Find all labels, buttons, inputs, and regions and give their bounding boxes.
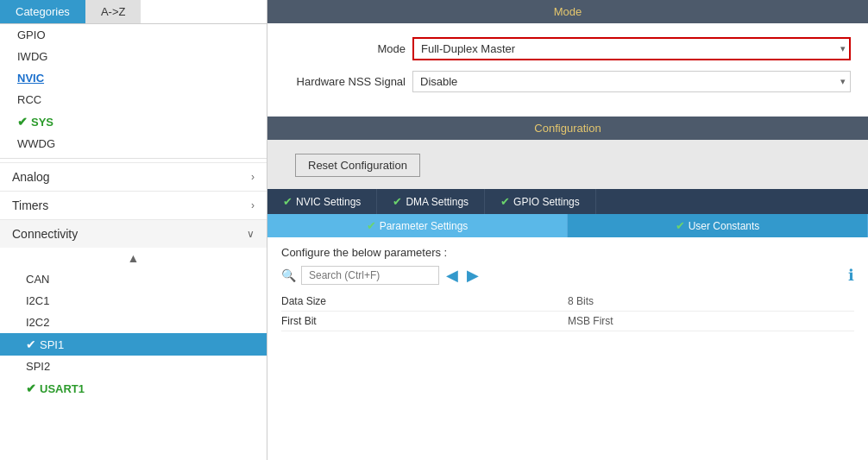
reset-config-button[interactable]: Reset Configuration <box>295 154 420 177</box>
connectivity-chevron-icon: ∨ <box>247 228 255 240</box>
user-tab-label: User Constants <box>689 220 760 232</box>
sidebar-item-spi2[interactable]: SPI2 <box>0 356 267 377</box>
param-name-firstbit: First Bit <box>281 315 568 327</box>
config-section: Configuration Reset Configuration ✔ NVIC… <box>267 117 868 460</box>
usart1-check-icon: ✔ <box>26 381 36 395</box>
nss-label: Hardware NSS Signal <box>285 75 406 88</box>
tabs-row2: ✔ Parameter Settings ✔ User Constants <box>267 214 868 237</box>
main-content: Mode Mode Full-Duplex Master Full-Duplex… <box>267 0 868 460</box>
spi1-check-icon: ✔ <box>26 337 36 351</box>
param-tab-label: Parameter Settings <box>380 220 469 232</box>
sidebar-item-spi1[interactable]: ✔ SPI1 <box>0 333 267 356</box>
collapse-arrow-icon: ▲ <box>128 251 140 265</box>
info-button[interactable]: ℹ <box>848 266 854 285</box>
iwdg-label: IWDG <box>17 50 47 63</box>
configure-text: Configure the below parameters : <box>281 246 854 259</box>
usart1-label: USART1 <box>40 382 85 395</box>
search-input[interactable] <box>301 266 439 285</box>
tab-dma-settings[interactable]: ✔ DMA Settings <box>377 189 485 214</box>
sidebar-item-gpio[interactable]: GPIO <box>0 24 267 46</box>
sidebar-item-sys[interactable]: ✔ SYS <box>0 110 267 133</box>
i2c2-label: I2C2 <box>26 316 49 329</box>
wwdg-label: WWDG <box>17 137 55 150</box>
mode-select[interactable]: Full-Duplex Master Full-Duplex Slave Hal… <box>412 37 851 60</box>
gpio-tab-label: GPIO Settings <box>513 196 580 208</box>
sidebar-item-nvic[interactable]: NVIC <box>0 67 267 89</box>
spi2-label: SPI2 <box>26 360 50 373</box>
mode-row: Mode Full-Duplex Master Full-Duplex Slav… <box>285 37 851 60</box>
tabs-row1: ✔ NVIC Settings ✔ DMA Settings ✔ GPIO Se… <box>267 189 868 214</box>
rcc-label: RCC <box>17 93 41 106</box>
sidebar: Categories A->Z GPIO IWDG NVIC RCC ✔ SYS… <box>0 0 267 460</box>
nss-select-wrapper: Disable Input Output ▾ <box>412 71 851 92</box>
sidebar-item-i2c1[interactable]: I2C1 <box>0 290 267 312</box>
mode-title-bar: Mode <box>267 0 868 23</box>
nvic-tab-check-icon: ✔ <box>283 195 292 208</box>
config-body: Configure the below parameters : 🔍 ◀ ▶ ℹ… <box>267 237 868 460</box>
sidebar-item-iwdg[interactable]: IWDG <box>0 46 267 67</box>
sys-check-icon: ✔ <box>17 115 28 129</box>
param-name-datasize: Data Size <box>281 295 568 307</box>
spi1-label: SPI1 <box>40 338 64 351</box>
i2c1-label: I2C1 <box>26 294 49 307</box>
can-label: CAN <box>26 273 49 286</box>
sidebar-item-can[interactable]: CAN <box>0 268 267 290</box>
sidebar-item-wwdg[interactable]: WWDG <box>0 133 267 154</box>
mode-title: Mode <box>554 5 582 18</box>
tab-az[interactable]: A->Z <box>85 0 142 23</box>
reset-area: Reset Configuration <box>267 140 868 189</box>
nss-row: Hardware NSS Signal Disable Input Output… <box>285 71 851 92</box>
table-row: First Bit MSB First <box>281 312 854 331</box>
dma-tab-label: DMA Settings <box>406 196 469 208</box>
search-icon: 🔍 <box>281 268 296 282</box>
nav-prev-button[interactable]: ◀ <box>444 266 460 285</box>
tab-nvic-settings[interactable]: ✔ NVIC Settings <box>267 189 377 214</box>
sidebar-item-i2c2[interactable]: I2C2 <box>0 312 267 333</box>
tab-user-constants[interactable]: ✔ User Constants <box>568 214 868 237</box>
mode-section: Mode Mode Full-Duplex Master Full-Duplex… <box>267 0 868 117</box>
param-value-firstbit: MSB First <box>568 315 854 327</box>
mode-form: Mode Full-Duplex Master Full-Duplex Slav… <box>267 23 868 117</box>
sidebar-content: GPIO IWDG NVIC RCC ✔ SYS WWDG Analog › T… <box>0 24 267 460</box>
nss-select[interactable]: Disable Input Output <box>412 71 851 92</box>
user-tab-check-icon: ✔ <box>676 219 685 232</box>
analog-chevron-icon: › <box>251 171 255 183</box>
table-row: Data Size 8 Bits <box>281 292 854 312</box>
gpio-label: GPIO <box>17 28 46 41</box>
nvic-tab-label: NVIC Settings <box>296 196 361 208</box>
sidebar-item-usart1[interactable]: ✔ USART1 <box>0 377 267 400</box>
nvic-label: NVIC <box>17 72 44 85</box>
config-title-bar: Configuration <box>267 117 868 140</box>
divider1 <box>0 158 267 159</box>
tab-gpio-settings[interactable]: ✔ GPIO Settings <box>485 189 596 214</box>
analog-label: Analog <box>12 170 50 184</box>
dma-tab-check-icon: ✔ <box>393 195 402 208</box>
sys-label: SYS <box>31 116 53 129</box>
section-connectivity[interactable]: Connectivity ∨ <box>0 219 267 248</box>
section-analog[interactable]: Analog › <box>0 162 267 191</box>
param-tab-check-icon: ✔ <box>367 219 376 232</box>
config-title: Configuration <box>534 122 601 135</box>
tab-parameter-settings[interactable]: ✔ Parameter Settings <box>267 214 568 237</box>
nav-next-button[interactable]: ▶ <box>465 266 481 285</box>
connectivity-label: Connectivity <box>12 227 78 241</box>
param-value-datasize: 8 Bits <box>568 295 854 307</box>
sidebar-tabs: Categories A->Z <box>0 0 267 24</box>
tab-categories[interactable]: Categories <box>0 0 85 23</box>
mode-select-wrapper: Full-Duplex Master Full-Duplex Slave Hal… <box>412 37 851 60</box>
timers-label: Timers <box>12 198 48 212</box>
timers-chevron-icon: › <box>251 199 255 211</box>
search-row: 🔍 ◀ ▶ ℹ <box>281 266 854 285</box>
mode-label: Mode <box>285 42 406 55</box>
gpio-tab-check-icon: ✔ <box>500 195 510 208</box>
sidebar-item-rcc[interactable]: RCC <box>0 89 267 110</box>
section-timers[interactable]: Timers › <box>0 191 267 219</box>
